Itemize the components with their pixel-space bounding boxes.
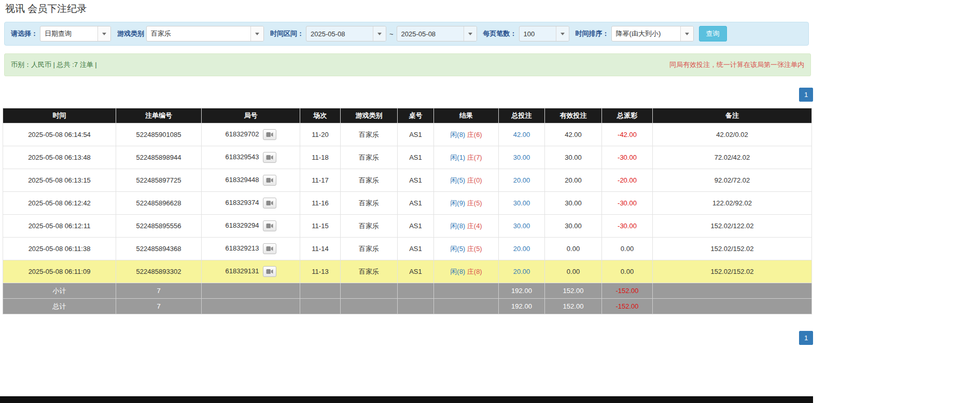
game-type-cell: 百家乐 [341, 215, 398, 238]
result-player: 闲(1) [450, 154, 465, 161]
time-cell: 2025-05-08 06:12:11 [3, 215, 116, 238]
round-id-text: 618329543 [225, 153, 259, 161]
round-id-cell: 618329543 [202, 146, 300, 169]
total-bet-link[interactable]: 20.00 [513, 176, 530, 184]
table-row: 2025-05-08 06:11:38 522485894368 6183292… [3, 238, 812, 260]
table-row: 2025-05-08 06:12:42 522485896628 6183293… [3, 192, 812, 215]
video-icon [266, 155, 273, 160]
session-cell: 11-18 [300, 146, 341, 169]
game-type-cell: 百家乐 [341, 238, 398, 260]
video-replay-button[interactable] [263, 152, 276, 163]
result-banker: 庄(0) [467, 176, 482, 184]
game-type-dropdown-button[interactable] [250, 26, 263, 41]
valid-bet-cell: 30.00 [545, 146, 602, 169]
valid-bet-cell: 30.00 [545, 192, 602, 215]
video-icon [266, 132, 273, 137]
total-bet-link[interactable]: 30.00 [513, 199, 530, 207]
game-type-cell: 百家乐 [341, 146, 398, 169]
session-cell: 11-14 [300, 238, 341, 260]
date-to-input[interactable] [397, 26, 464, 41]
page-title: 视讯 会员下注纪录 [0, 0, 980, 16]
filter-bar: 请选择： 游戏类别 时间区间： ~ 每页笔数： 时间排序： 查询 [4, 22, 809, 46]
result-cell: 闲(8) 庄(8) [434, 260, 499, 283]
time-cell: 2025-05-08 06:13:48 [3, 146, 116, 169]
bet-id-cell: 522485894368 [116, 238, 202, 260]
video-replay-button[interactable] [263, 129, 276, 140]
bet-id-cell: 522485901085 [116, 123, 202, 146]
total-bet-cell: 20.00 [499, 238, 545, 260]
video-icon [266, 269, 273, 274]
game-type-input[interactable] [147, 26, 250, 41]
sort-order-input[interactable] [612, 26, 680, 41]
bet-id-cell: 522485895556 [116, 215, 202, 238]
total-bet-cell: 30.00 [499, 146, 545, 169]
total-bet-link[interactable]: 20.00 [513, 245, 530, 253]
total-bet-link[interactable]: 20.00 [513, 268, 530, 275]
total-bet-link[interactable]: 30.00 [513, 222, 530, 230]
game-type-cell: 百家乐 [341, 192, 398, 215]
valid-bet-cell: 0.00 [545, 260, 602, 283]
remark-cell: 152.02/122.02 [653, 215, 812, 238]
session-cell: 11-17 [300, 169, 341, 192]
payout-cell: -42.00 [602, 123, 653, 146]
video-replay-button[interactable] [263, 175, 276, 186]
date-from-input[interactable] [306, 26, 373, 41]
date-to-dropdown-button[interactable] [464, 26, 477, 41]
remark-cell: 92.02/72.02 [653, 169, 812, 192]
payout-cell: -30.00 [602, 192, 653, 215]
col-header-round-id: 局号 [202, 108, 300, 123]
page-1-button[interactable]: 1 [799, 88, 813, 102]
video-replay-button[interactable] [263, 243, 276, 254]
date-range-separator: ~ [389, 30, 394, 38]
round-id-text: 618329448 [225, 176, 259, 184]
video-replay-button[interactable] [263, 198, 276, 209]
total-bet-cell: 30.00 [499, 215, 545, 238]
time-cell: 2025-05-08 06:13:15 [3, 169, 116, 192]
bet-records-table: 时间 注单编号 局号 场次 游戏类别 桌号 结果 总投注 有效投注 总派彩 备注… [3, 108, 812, 314]
remark-cell: 72.02/42.02 [653, 146, 812, 169]
query-type-dropdown-button[interactable] [97, 26, 110, 41]
subtotal-valid-bet: 152.00 [545, 283, 602, 299]
round-id-text: 618329131 [225, 267, 259, 275]
summary-notice-bar: 币别：人民币 | 总共 :7 注单 | 同局有效投注，统一计算在该局第一张注单内 [4, 53, 811, 76]
total-bet-link[interactable]: 42.00 [513, 131, 530, 138]
valid-bet-cell: 30.00 [545, 215, 602, 238]
subtotal-row: 小计 7 192.00 152.00 -152.00 [3, 283, 812, 299]
total-bet-link[interactable]: 30.00 [513, 154, 530, 161]
search-button[interactable]: 查询 [699, 26, 727, 41]
pagination-bottom: 1 [4, 331, 813, 345]
bet-id-cell: 522485898944 [116, 146, 202, 169]
table-row: 2025-05-08 06:13:15 522485897725 6183294… [3, 169, 812, 192]
table-no-cell: AS1 [398, 215, 434, 238]
col-header-session: 场次 [300, 108, 341, 123]
result-player: 闲(8) [450, 222, 465, 230]
table-header-row: 时间 注单编号 局号 场次 游戏类别 桌号 结果 总投注 有效投注 总派彩 备注 [3, 108, 812, 123]
result-cell: 闲(9) 庄(5) [434, 192, 499, 215]
page-size-dropdown-button[interactable] [556, 26, 569, 41]
valid-bet-notice-text: 同局有效投注，统一计算在该局第一张注单内 [669, 60, 804, 70]
round-id-cell: 618329702 [202, 123, 300, 146]
result-banker: 庄(6) [467, 131, 482, 138]
video-replay-button[interactable] [263, 266, 276, 277]
sort-order-combobox [611, 26, 694, 41]
table-row: 2025-05-08 06:12:11 522485895556 6183292… [3, 215, 812, 238]
video-icon [266, 223, 273, 229]
total-bet-cell: 20.00 [499, 169, 545, 192]
col-header-result: 结果 [434, 108, 499, 123]
page-1-button[interactable]: 1 [799, 331, 813, 345]
chevron-down-icon [685, 33, 689, 35]
sort-order-dropdown-button[interactable] [680, 26, 693, 41]
game-type-cell: 百家乐 [341, 123, 398, 146]
table-no-cell: AS1 [398, 169, 434, 192]
page-size-input[interactable] [520, 26, 556, 41]
remark-cell: 42.02/0.02 [653, 123, 812, 146]
date-from-dropdown-button[interactable] [373, 26, 386, 41]
valid-bet-cell: 42.00 [545, 123, 602, 146]
time-range-label: 时间区间： [270, 29, 304, 38]
round-id-cell: 618329213 [202, 238, 300, 260]
grand-total-payout: -152.00 [602, 299, 653, 314]
grand-total-total-bet: 192.00 [499, 299, 545, 314]
table-no-cell: AS1 [398, 238, 434, 260]
query-type-input[interactable] [40, 26, 97, 41]
video-replay-button[interactable] [263, 220, 276, 231]
